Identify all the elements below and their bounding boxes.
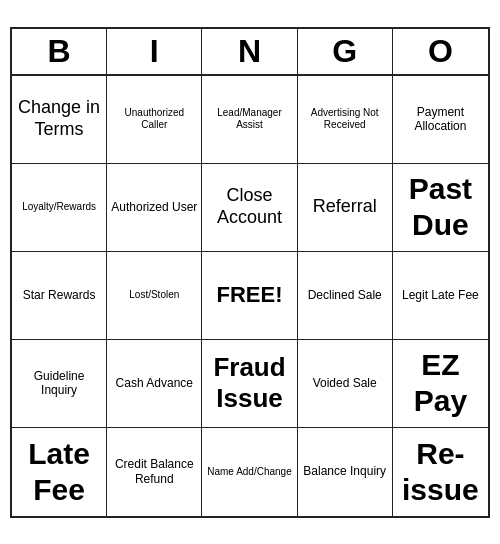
bingo-header: BINGO — [12, 29, 488, 76]
bingo-cell: Star Rewards — [12, 252, 107, 340]
bingo-cell: EZ Pay — [393, 340, 488, 428]
bingo-cell: Authorized User — [107, 164, 202, 252]
bingo-cell: Past Due — [393, 164, 488, 252]
header-letter: N — [202, 29, 297, 74]
header-letter: G — [298, 29, 393, 74]
bingo-cell: Lead/Manager Assist — [202, 76, 297, 164]
bingo-cell: Name Add/Change — [202, 428, 297, 516]
bingo-cell: Voided Sale — [298, 340, 393, 428]
bingo-cell: Re-issue — [393, 428, 488, 516]
bingo-cell: FREE! — [202, 252, 297, 340]
bingo-cell: Declined Sale — [298, 252, 393, 340]
bingo-cell: Legit Late Fee — [393, 252, 488, 340]
bingo-cell: Advertising Not Received — [298, 76, 393, 164]
header-letter: I — [107, 29, 202, 74]
bingo-cell: Loyalty/Rewards — [12, 164, 107, 252]
bingo-cell: Lost/Stolen — [107, 252, 202, 340]
bingo-cell: Guideline Inquiry — [12, 340, 107, 428]
bingo-cell: Payment Allocation — [393, 76, 488, 164]
bingo-cell: Close Account — [202, 164, 297, 252]
bingo-cell: Referral — [298, 164, 393, 252]
bingo-cell: Fraud Issue — [202, 340, 297, 428]
bingo-cell: Change in Terms — [12, 76, 107, 164]
bingo-grid: Change in TermsUnauthorized CallerLead/M… — [12, 76, 488, 516]
bingo-cell: Cash Advance — [107, 340, 202, 428]
header-letter: O — [393, 29, 488, 74]
header-letter: B — [12, 29, 107, 74]
bingo-cell: Unauthorized Caller — [107, 76, 202, 164]
bingo-cell: Credit Balance Refund — [107, 428, 202, 516]
bingo-cell: Late Fee — [12, 428, 107, 516]
bingo-card: BINGO Change in TermsUnauthorized Caller… — [10, 27, 490, 518]
bingo-cell: Balance Inquiry — [298, 428, 393, 516]
